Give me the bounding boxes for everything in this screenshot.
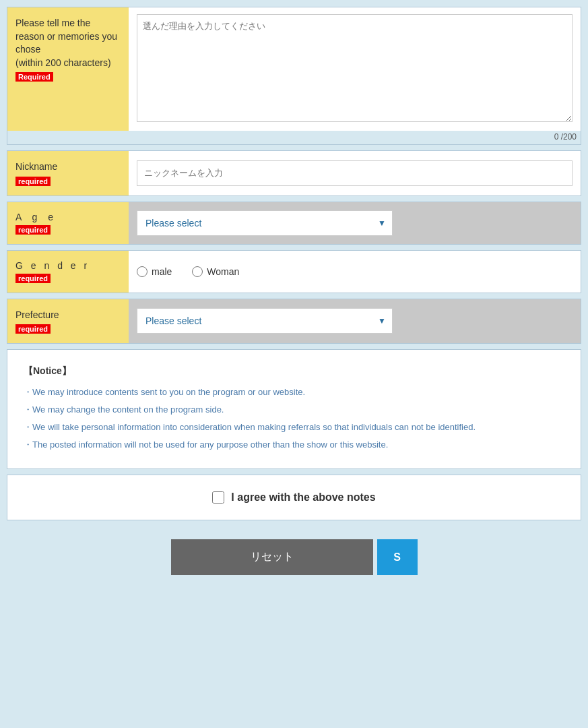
- agree-label: I agree with the above notes: [231, 491, 375, 504]
- age-select[interactable]: Please select 10代 20代 30代 40代 50代 60代以上: [137, 210, 393, 236]
- reason-required-badge: Required: [15, 72, 53, 82]
- age-label-text: A g e: [15, 212, 121, 222]
- reason-row: Please tell me the reason or memories yo…: [7, 7, 581, 145]
- nickname-input[interactable]: [137, 160, 573, 186]
- gender-label-cell: G e n d e r required: [7, 251, 129, 293]
- reason-textarea[interactable]: [137, 14, 573, 122]
- gender-label-text: G e n d e r: [15, 260, 121, 271]
- prefecture-input-cell: Please select 東京都 大阪府 神奈川県 愛知県 福岡県 ▼: [129, 299, 581, 344]
- nickname-label-text: Nickname: [15, 160, 121, 174]
- notice-section: 【Notice】 ・We may introduce contents sent…: [7, 349, 581, 469]
- reason-input-cell: [129, 7, 581, 131]
- agree-checkbox[interactable]: [212, 491, 224, 504]
- gender-male-radio[interactable]: [137, 266, 148, 277]
- agree-section: I agree with the above notes: [7, 475, 581, 520]
- age-input-cell: Please select 10代 20代 30代 40代 50代 60代以上 …: [129, 202, 581, 244]
- gender-male-label: male: [152, 266, 172, 277]
- prefecture-required-badge: required: [15, 324, 51, 334]
- reset-button[interactable]: リセット: [171, 539, 373, 575]
- age-required-badge: required: [15, 225, 51, 235]
- nickname-label-cell: Nickname required: [7, 151, 129, 195]
- prefecture-select-wrapper: Please select 東京都 大阪府 神奈川県 愛知県 福岡県 ▼: [137, 308, 393, 334]
- gender-input-cell: male Woman: [129, 251, 581, 293]
- notice-item-1: ・We may introduce contents sent to you o…: [24, 385, 564, 400]
- submit-button[interactable]: S: [377, 539, 418, 575]
- prefecture-label-text: Prefecture: [15, 309, 121, 322]
- age-row: A g e required Please select 10代 20代 30代…: [7, 202, 581, 245]
- reason-label-cell: Please tell me the reason or memories yo…: [7, 7, 129, 131]
- notice-item-2: ・We may change the content on the progra…: [24, 402, 564, 417]
- gender-woman-radio[interactable]: [192, 266, 203, 277]
- prefecture-row: Prefecture required Please select 東京都 大阪…: [7, 299, 581, 344]
- prefecture-label-cell: Prefecture required: [7, 299, 129, 344]
- nickname-row: Nickname required: [7, 150, 581, 196]
- gender-row: G e n d e r required male Woman: [7, 250, 581, 293]
- gender-woman-option[interactable]: Woman: [192, 266, 239, 277]
- notice-title: 【Notice】: [24, 363, 564, 380]
- notice-item-3: ・We will take personal information into …: [24, 420, 564, 435]
- reason-label-text: Please tell me the reason or memories yo…: [15, 17, 121, 69]
- gender-male-option[interactable]: male: [137, 266, 172, 277]
- nickname-input-cell: [129, 151, 581, 195]
- age-select-wrapper: Please select 10代 20代 30代 40代 50代 60代以上 …: [137, 210, 393, 236]
- age-label-cell: A g e required: [7, 202, 129, 244]
- char-count: 0 /200: [7, 131, 581, 144]
- gender-required-badge: required: [15, 274, 51, 283]
- nickname-required-badge: required: [15, 177, 51, 186]
- buttons-section: リセット S: [7, 526, 581, 588]
- prefecture-select[interactable]: Please select 東京都 大阪府 神奈川県 愛知県 福岡県: [137, 308, 393, 334]
- gender-woman-label: Woman: [207, 266, 239, 277]
- gender-options: male Woman: [137, 266, 239, 277]
- notice-item-4: ・The posted information will not be used…: [24, 437, 564, 452]
